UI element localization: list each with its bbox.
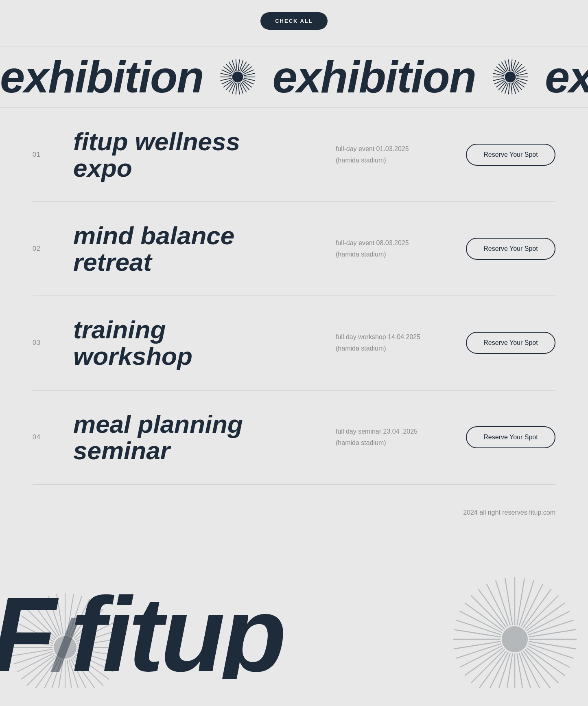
svg-line-292: [528, 644, 573, 658]
svg-line-309: [454, 641, 501, 649]
event-title-line2-3: workshop: [73, 342, 192, 370]
event-title-line1-1: fitup wellness: [73, 127, 240, 156]
event-title-line1-4: meal planning: [73, 410, 243, 438]
event-detail-line2-2: (hamida stadium): [336, 250, 450, 259]
svg-line-319: [505, 578, 512, 625]
marquee-inner: exhibition exhibition exhibition exhibit…: [0, 55, 588, 99]
event-title-4: meal planning seminar: [73, 411, 319, 464]
event-detail-line1-2: full-day event 08.03.2025: [336, 238, 450, 248]
svg-line-41: [505, 83, 509, 94]
svg-line-55: [511, 59, 512, 71]
marquee-banner: exhibition exhibition exhibition exhibit…: [0, 46, 588, 108]
svg-point-0: [232, 72, 243, 83]
svg-line-53: [505, 60, 509, 71]
event-row-3: 03 training workshop full day workshop 1…: [33, 296, 555, 390]
events-section: 01 fitup wellness expo full-day event 01…: [0, 108, 588, 485]
event-row-4: 04 meal planning seminar full day semina…: [33, 390, 555, 485]
event-detail-line2-3: (hamida stadium): [336, 344, 450, 353]
svg-line-22: [232, 60, 236, 71]
event-title-line1-3: training: [73, 316, 166, 344]
marquee-text-1: exhibition: [0, 55, 203, 99]
reserve-button-1[interactable]: Reserve Your Spot: [466, 144, 555, 166]
svg-line-315: [471, 595, 505, 629]
svg-line-7: [240, 83, 243, 94]
event-title-line2-2: retreat: [73, 248, 152, 276]
svg-line-329: [529, 629, 576, 637]
svg-line-308: [456, 644, 501, 658]
event-detail-line2-1: (hamida stadium): [336, 156, 450, 165]
footer-sunburst-right-icon: [450, 574, 580, 688]
reserve-button-3[interactable]: Reserve Your Spot: [466, 332, 555, 354]
event-details-2: full-day event 08.03.2025 (hamida stadiu…: [336, 238, 450, 259]
svg-line-305: [471, 649, 505, 683]
reserve-button-2[interactable]: Reserve Your Spot: [466, 238, 555, 260]
marquee-text-3: exhibition: [545, 55, 588, 99]
footer-logo-f: F: [0, 575, 53, 679]
sunburst-icon-2: [492, 59, 529, 95]
svg-line-54: [508, 59, 509, 71]
event-number-2: 02: [33, 245, 57, 252]
svg-line-311: [454, 629, 501, 637]
reserve-button-4[interactable]: Reserve Your Spot: [466, 426, 555, 448]
svg-line-56: [512, 60, 516, 71]
svg-line-8: [238, 83, 240, 94]
svg-line-328: [528, 620, 573, 635]
top-section: CHECK ALL: [0, 0, 588, 46]
svg-point-31: [505, 72, 516, 83]
svg-line-38: [512, 83, 516, 94]
svg-line-321: [517, 578, 525, 625]
event-detail-line1-3: full day workshop 14.04.2025: [336, 332, 450, 342]
footer-copyright: 2024 all right reserves fitup.com: [0, 485, 588, 524]
svg-line-325: [525, 595, 559, 629]
event-detail-line1-1: full-day event 01.03.2025: [336, 144, 450, 154]
svg-line-40: [508, 83, 509, 94]
event-row-2: 02 mind balance retreat full-day event 0…: [33, 202, 555, 296]
svg-line-10: [232, 83, 236, 94]
svg-line-291: [529, 641, 576, 649]
footer-logo-text: F/fitup: [0, 581, 283, 679]
event-title-line2-1: expo: [73, 154, 132, 182]
event-row-1: 01 fitup wellness expo full-day event 01…: [33, 108, 555, 202]
event-title-3: training workshop: [73, 316, 319, 369]
event-title-1: fitup wellness expo: [73, 128, 319, 181]
svg-line-24: [238, 59, 240, 71]
event-title-line1-2: mind balance: [73, 221, 234, 250]
svg-point-289: [502, 626, 528, 652]
marquee-text-2: exhibition: [272, 55, 475, 99]
event-details-4: full day seminar 23.04 .2025 (hamida sta…: [336, 427, 450, 448]
event-number-4: 04: [33, 434, 57, 441]
event-details-3: full day workshop 14.04.2025 (hamida sta…: [336, 332, 450, 353]
event-number-1: 01: [33, 151, 57, 158]
svg-line-39: [511, 83, 512, 94]
event-details-1: full-day event 01.03.2025 (hamida stadiu…: [336, 144, 450, 165]
footer-logo-fitup: fitup: [70, 575, 283, 679]
svg-line-23: [236, 59, 237, 71]
svg-line-322: [519, 580, 534, 625]
svg-line-318: [496, 580, 510, 625]
sunburst-icon-1: [219, 59, 256, 95]
svg-line-9: [236, 83, 237, 94]
svg-line-295: [525, 649, 559, 683]
event-detail-line1-4: full day seminar 23.04 .2025: [336, 427, 450, 436]
svg-line-25: [240, 60, 243, 71]
footer-logo-slash: /: [53, 605, 70, 679]
event-detail-line2-4: (hamida stadium): [336, 438, 450, 448]
event-title-2: mind balance retreat: [73, 222, 319, 275]
event-number-3: 03: [33, 339, 57, 346]
svg-line-312: [456, 620, 501, 635]
footer-section: 2024 all right reserves fitup.com F/fitu…: [0, 485, 588, 688]
check-all-button[interactable]: CHECK ALL: [260, 12, 328, 30]
event-title-line2-4: seminar: [73, 436, 170, 465]
